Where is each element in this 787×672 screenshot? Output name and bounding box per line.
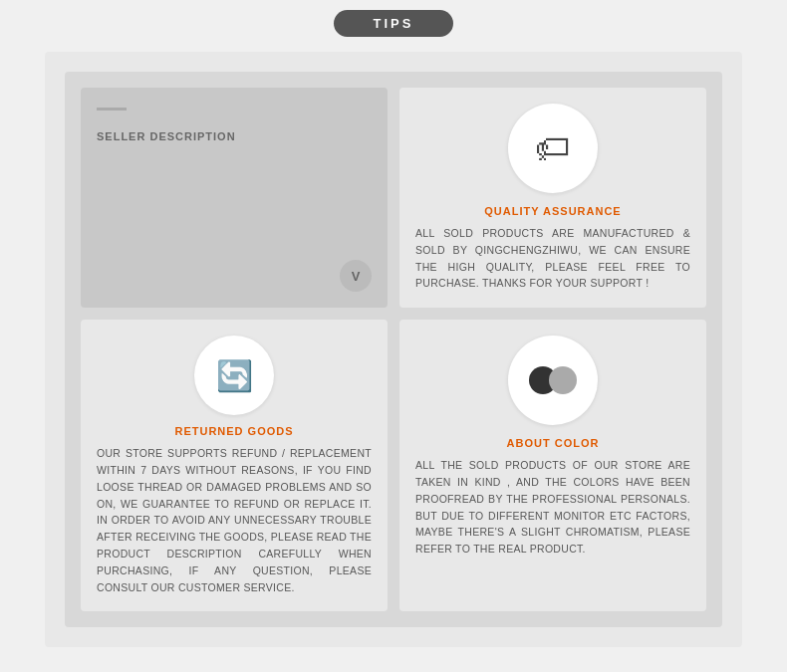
quality-box: 🏷 QUALITY ASSURANCE ALL SOLD PRODUCTS AR…	[399, 88, 706, 308]
seller-title: SELLER DESCRIPTION	[97, 130, 372, 142]
returned-box: 🔄 RETURNED GOODS OUR STORE SUPPORTS REFU…	[81, 320, 388, 611]
refresh-icon: 🔄	[216, 358, 253, 393]
quality-icon-circle: 🏷	[508, 104, 598, 193]
tag-icon: 🏷	[535, 127, 571, 169]
seller-box: SELLER DESCRIPTION V	[81, 88, 388, 308]
returned-title: RETURNED GOODS	[174, 425, 293, 437]
about-color-text: ALL THE SOLD PRODUCTS OF OUR STORE ARE T…	[415, 457, 690, 558]
quality-title: QUALITY ASSURANCE	[484, 205, 621, 217]
inner-card: SELLER DESCRIPTION V 🏷 QUALITY ASSURANCE…	[65, 72, 722, 627]
tips-label: TIPS	[334, 10, 454, 37]
bottom-row: 🔄 RETURNED GOODS OUR STORE SUPPORTS REFU…	[81, 320, 706, 611]
seller-dash-decoration	[97, 108, 127, 111]
returned-icon-circle: 🔄	[194, 336, 274, 415]
returned-text: OUR STORE SUPPORTS REFUND / REPLACEMENT …	[97, 445, 372, 595]
top-row: SELLER DESCRIPTION V 🏷 QUALITY ASSURANCE…	[81, 88, 706, 308]
color-circles-icon	[529, 366, 577, 394]
color-icon-circle	[508, 336, 598, 425]
gray-circle	[549, 366, 577, 394]
about-color-title: ABOUT COLOR	[507, 437, 600, 449]
v-circle: V	[340, 260, 372, 292]
tips-bar: TIPS	[0, 0, 787, 52]
quality-text: ALL SOLD PRODUCTS ARE MANUFACTURED & SOL…	[415, 225, 690, 292]
main-container: SELLER DESCRIPTION V 🏷 QUALITY ASSURANCE…	[45, 52, 742, 647]
about-color-box: ABOUT COLOR ALL THE SOLD PRODUCTS OF OUR…	[399, 320, 706, 611]
